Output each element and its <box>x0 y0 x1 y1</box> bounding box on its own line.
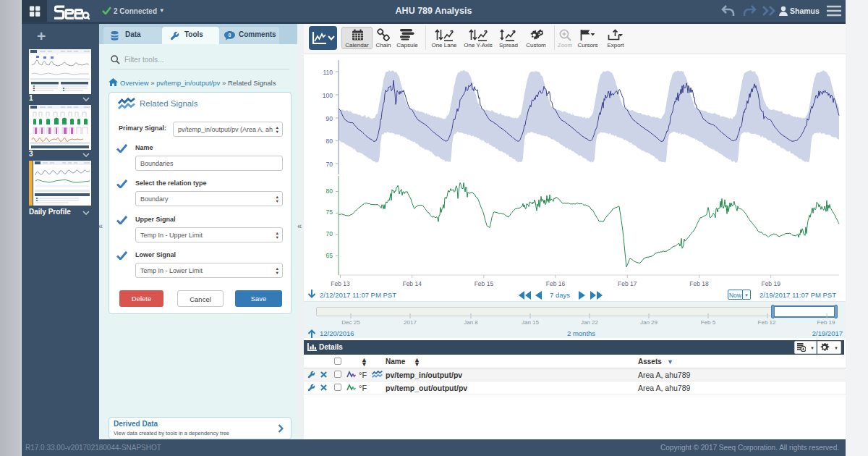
svg-text:0: 0 <box>229 33 231 38</box>
